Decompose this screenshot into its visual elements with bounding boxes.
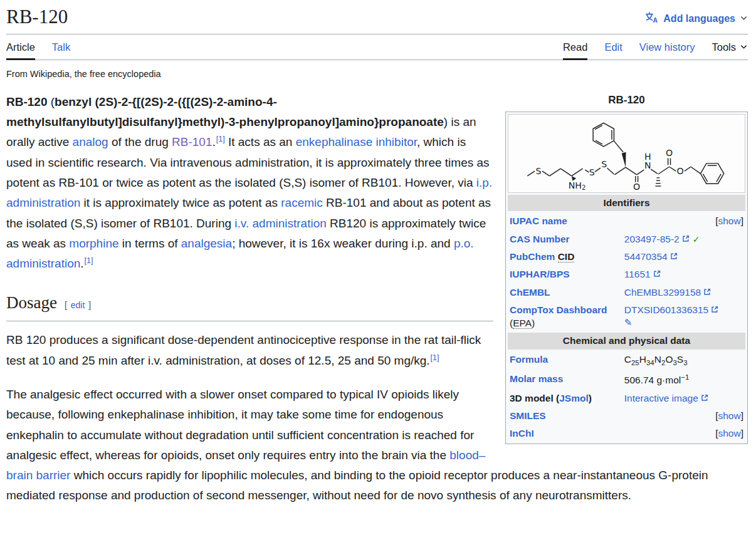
pubchem-link[interactable]: PubChem — [510, 251, 555, 262]
external-link-icon — [670, 251, 678, 262]
comptox-link[interactable]: CompTox Dashboard — [510, 304, 607, 315]
external-link-icon — [682, 234, 690, 244]
tab-edit[interactable]: Edit — [604, 34, 622, 60]
cas-number-link[interactable]: CAS Number — [510, 234, 570, 244]
bracket: ] — [741, 410, 743, 421]
external-link-icon — [703, 287, 711, 298]
chevron-down-icon — [740, 41, 748, 53]
svg-text:S: S — [535, 166, 541, 176]
text-run: It acts as an — [225, 135, 296, 148]
bracket: ] — [741, 215, 743, 226]
cas-value-link[interactable]: 203497-85-2 — [624, 234, 680, 244]
inline-link[interactable]: analog — [73, 135, 108, 148]
chevron-down-icon — [740, 13, 748, 24]
infobox-title: RB-120 — [505, 93, 748, 107]
tab-bar: Article Talk Read Edit View history Tool… — [6, 34, 748, 60]
epa-paren: (EPA) — [510, 318, 535, 329]
infobox-row-3d-model: 3D model (JSmol) Interactive image — [508, 390, 745, 406]
tab-read[interactable]: Read — [563, 34, 587, 60]
add-languages-button[interactable]: A Add languages — [645, 11, 748, 26]
model-label-close: ) — [589, 393, 592, 403]
text-run: in terms of — [119, 237, 181, 250]
structure-image[interactable]: S S S NH2 O N H O O — [508, 114, 745, 192]
bracket: ] — [88, 300, 91, 310]
jsmol-link[interactable]: JSmol — [559, 393, 589, 403]
namespace-tabs: Article Talk — [6, 34, 70, 60]
edit-wikidata-icon[interactable]: ✎ — [624, 317, 743, 328]
reference-link[interactable]: [1] — [216, 135, 225, 143]
infobox-row-pubchem: PubChem CID 54470354 — [508, 249, 745, 264]
text-run: . — [213, 135, 216, 148]
iuphar-link[interactable]: IUPHAR/BPS — [510, 269, 570, 279]
text-run: it is approximately twice as potent as — [80, 196, 281, 209]
chembl-link[interactable]: ChEMBL — [510, 287, 550, 298]
inline-link[interactable]: i.v. administration — [234, 217, 326, 230]
identifiers-header: Identifiers — [508, 195, 745, 211]
chembl-value-link[interactable]: ChEMBL3299158 — [624, 287, 701, 298]
check-icon: ✓ — [693, 234, 700, 244]
reference-link[interactable]: [1] — [431, 353, 439, 362]
formula-link[interactable]: Formula — [510, 354, 548, 365]
tab-tools[interactable]: Tools — [711, 34, 748, 60]
pubchem-value-link[interactable]: 54470354 — [624, 251, 668, 262]
text-run: ; however, it is 16x weaker during i.p. … — [232, 237, 454, 250]
iuphar-value-link[interactable]: 11651 — [624, 269, 651, 279]
external-link-icon — [711, 304, 718, 315]
article-content: RB-120 — [6, 92, 748, 506]
text-run: ( — [47, 95, 55, 108]
tab-article[interactable]: Article — [6, 34, 35, 60]
reference-link[interactable]: [1] — [85, 256, 93, 265]
infobox-row-iuphar: IUPHAR/BPS 11651 — [508, 266, 745, 282]
inchi-show-toggle[interactable]: show — [718, 428, 741, 439]
text-run: The analgesic effect occurred with a slo… — [6, 388, 474, 462]
infobox-row-molar-mass: Molar mass 506.74 g·mol−1 — [508, 371, 745, 388]
iupac-name-link[interactable]: IUPAC name — [510, 215, 567, 226]
svg-text:A: A — [653, 16, 658, 24]
edit-section-link[interactable]: edit — [70, 300, 87, 310]
bracket: [ — [65, 300, 67, 310]
infobox-row-comptox: CompTox Dashboard (EPA) DTXSID601336315 … — [508, 302, 745, 331]
epa-abbr: EPA — [513, 318, 532, 329]
text-run: benzyl (2S)-2-{[(2S)-2-({[(2S)-2-amino-4… — [6, 95, 444, 128]
svg-text:N: N — [644, 160, 651, 170]
infobox-row-formula: Formula C25H34N2O3S3 — [508, 351, 745, 369]
tab-view-history[interactable]: View history — [639, 34, 695, 60]
bracket: ] — [741, 428, 743, 439]
language-icon: A — [645, 11, 659, 26]
cid-abbr: CID — [558, 251, 575, 262]
text-run: of the drug — [108, 135, 172, 148]
inline-link[interactable]: analgesia — [181, 237, 232, 250]
drug-infobox: RB-120 — [505, 93, 748, 444]
inline-link[interactable]: morphine — [69, 237, 118, 250]
formula-value: C25H34N2O3S3 — [624, 353, 743, 368]
smiles-show-toggle[interactable]: show — [718, 410, 741, 421]
physical-data-header: Chemical and physical data — [508, 333, 745, 349]
inline-link[interactable]: enkephalinase inhibitor — [296, 135, 417, 148]
edit-section: [ edit ] — [65, 300, 91, 310]
view-tabs: Read Edit View history Tools — [563, 34, 748, 60]
molar-mass-value: 506.74 g·mol−1 — [624, 373, 743, 387]
smiles-link[interactable]: SMILES — [510, 410, 546, 421]
molar-mass-link[interactable]: Molar mass — [510, 373, 563, 384]
infobox-row-chembl: ChEMBL ChEMBL3299158 — [508, 284, 745, 300]
infobox-row-smiles: SMILES [show] — [508, 408, 745, 423]
inchi-link[interactable]: InChI — [510, 428, 534, 439]
text-run: . — [80, 257, 83, 270]
tab-talk[interactable]: Talk — [52, 34, 70, 60]
interactive-image-link[interactable]: Interactive image — [624, 393, 698, 403]
svg-text:O: O — [677, 166, 684, 176]
inline-link[interactable]: RB-101 — [172, 135, 212, 148]
infobox-row-cas: CAS Number 203497-85-2✓ — [508, 231, 745, 247]
svg-text:S: S — [589, 167, 595, 177]
external-link-icon — [653, 269, 661, 279]
comptox-value-link[interactable]: DTXSID601336315 — [624, 304, 708, 315]
iupac-show-toggle[interactable]: show — [718, 215, 741, 226]
infobox-row-inchi: InChI [show] — [508, 425, 745, 441]
svg-text:O: O — [633, 182, 640, 192]
text-run: RB 120 produces a significant dose-depen… — [6, 333, 481, 366]
page-title: RB-120 — [6, 5, 68, 29]
dosage-heading-text: Dosage — [6, 293, 57, 312]
text-run: which occurs rapidly for lipophilic mole… — [6, 469, 708, 502]
inline-link[interactable]: racemic — [281, 196, 323, 209]
model-label: 3D model ( — [510, 393, 559, 403]
